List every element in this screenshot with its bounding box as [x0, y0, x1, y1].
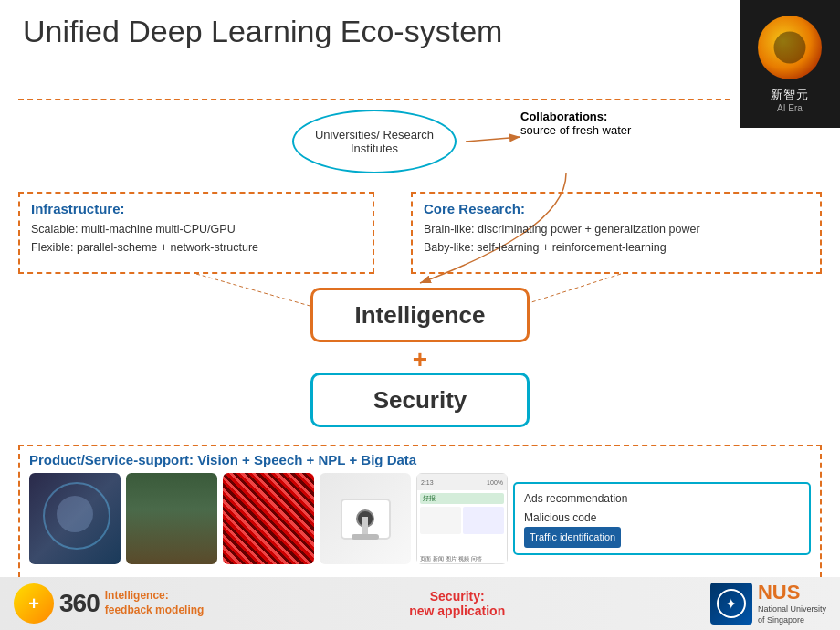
- nus-text: NUS: [758, 581, 826, 604]
- ads-highlight: Traffic identification: [524, 527, 621, 548]
- sec-caption-line2: new application: [409, 604, 505, 618]
- intel-caption-line1: Intelligence:: [105, 589, 205, 604]
- infra-line1: Scalable: multi-machine multi-CPU/GPU: [31, 220, 362, 238]
- collaborations-text: Collaborations: source of fresh water: [520, 110, 631, 137]
- logo-360-plus: +: [28, 593, 39, 614]
- core-line2: Baby-like: self-learning + reinforcement…: [424, 238, 809, 257]
- infrastructure-box: Infrastructure: Scalable: multi-machine …: [18, 192, 374, 274]
- core-line1: Brain-like: discriminating power + gener…: [424, 220, 809, 238]
- universities-oval: Universities/ Research Institutes: [292, 110, 457, 173]
- infra-content: Scalable: multi-machine multi-CPU/GPU Fl…: [31, 220, 362, 257]
- nus-logo: ✦ NUS National Universityof Singapore: [710, 581, 826, 625]
- plus-sign: +: [413, 345, 427, 374]
- brand-sub: AI Era: [777, 103, 803, 113]
- svg-line-2: [466, 137, 520, 142]
- core-research-box: Core Research: Brain-like: discriminatin…: [411, 192, 822, 274]
- nus-emblem: ✦: [710, 583, 752, 625]
- security-box: Security: [310, 373, 530, 427]
- brand-name: 新智元: [771, 87, 809, 103]
- infra-title: Infrastructure:: [31, 201, 362, 216]
- top-logo: 新智元 AI Era: [740, 0, 840, 128]
- security-bottom-caption: Security: new application: [409, 589, 505, 618]
- screen-image: 2:13 100% 好报 页面新闻图片视频问答: [416, 473, 508, 564]
- collab-title: Collaborations:: [520, 110, 607, 123]
- sec-caption-line1: Security:: [409, 589, 505, 604]
- camera-image: [320, 473, 411, 564]
- logo-360-caption: Intelligence: feedback modeling: [105, 589, 205, 617]
- core-title: Core Research:: [424, 201, 809, 216]
- security-label: Security: [373, 386, 467, 415]
- face-image: [29, 473, 121, 564]
- svg-line-3: [196, 274, 320, 309]
- nus-caption: National Universityof Singapore: [758, 604, 826, 625]
- intelligence-label: Intelligence: [354, 301, 485, 330]
- ads-box: Ads recommendation Malicious code Traffi…: [513, 482, 811, 554]
- collab-sub: source of fresh water: [520, 123, 631, 137]
- universities-label: Universities/ Research Institutes: [294, 128, 455, 155]
- product-images: 2:13 100% 好报 页面新闻图片视频问答 Ads recommendati…: [29, 473, 811, 564]
- pattern-image: [223, 473, 314, 564]
- title-divider: [18, 99, 730, 100]
- logo-circle: [758, 16, 822, 79]
- intel-caption-line2: feedback modeling: [105, 604, 205, 618]
- ads-line1: Ads recommendation: [524, 489, 800, 508]
- core-content: Brain-like: discriminating power + gener…: [424, 220, 809, 257]
- logo-360-circle: +: [14, 583, 54, 624]
- bottom-bar: + 360 Intelligence: feedback modeling Se…: [0, 577, 840, 630]
- street-image: [126, 473, 217, 564]
- product-service-box: Product/Service-support: Vision + Speech…: [18, 445, 822, 586]
- logo-360-text: 360: [59, 589, 100, 618]
- intelligence-box: Intelligence: [310, 288, 530, 342]
- ads-line2: Malicious code: [524, 509, 800, 527]
- product-title: Product/Service-support: Vision + Speech…: [29, 452, 811, 467]
- infra-line2: Flexible: parallel-scheme + network-stru…: [31, 238, 362, 257]
- page-title: Unified Deep Learning Eco-system: [23, 14, 502, 49]
- logo-360: + 360 Intelligence: feedback modeling: [14, 583, 204, 624]
